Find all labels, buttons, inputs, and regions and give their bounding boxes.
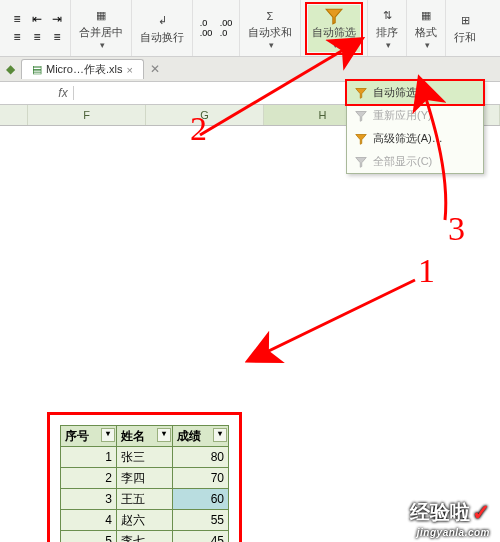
table-row[interactable]: 5李七45 <box>61 531 229 543</box>
increase-decimal-button[interactable]: .0.00 <box>197 19 215 37</box>
funnel-icon <box>355 87 367 99</box>
col-score-label: 成绩 <box>177 429 201 443</box>
auto-wrap-button[interactable]: ↲ 自动换行 <box>136 10 188 47</box>
ribbon-group-format: ▦ 格式▾ <box>407 0 446 56</box>
funnel-adv-icon <box>355 133 367 145</box>
sort-icon: ⇅ <box>378 7 396 25</box>
table-row[interactable]: 2李四70 <box>61 468 229 489</box>
menu-auto-filter[interactable]: 自动筛选(F) <box>345 79 485 106</box>
outdent-icon[interactable]: ⇤ <box>28 10 46 28</box>
align-icon[interactable]: ≡ <box>8 10 26 28</box>
check-icon: ✓ <box>472 500 490 526</box>
watermark-text: 经验啦 <box>410 499 470 526</box>
chevron-down-icon: ▾ <box>269 40 274 50</box>
menu-advanced-label: 高级筛选(A)… <box>373 131 443 146</box>
merge-center-button[interactable]: ▦ 合并居中▾ <box>75 5 127 52</box>
cell-name[interactable]: 王五 <box>117 489 173 510</box>
rowcol-label: 行和 <box>454 30 476 45</box>
chevron-down-icon: ▾ <box>100 40 105 50</box>
cell-score[interactable]: 60 <box>173 489 229 510</box>
ribbon-group-merge: ▦ 合并居中▾ <box>71 0 132 56</box>
table-header-row: 序号 ▾ 姓名 ▾ 成绩 ▾ <box>61 426 229 447</box>
cell-name[interactable]: 赵六 <box>117 510 173 531</box>
merge-label: 合并居中 <box>79 25 123 40</box>
table-row[interactable]: 3王五60 <box>61 489 229 510</box>
cell-name[interactable]: 张三 <box>117 447 173 468</box>
table-row[interactable]: 1张三80 <box>61 447 229 468</box>
rowcol-icon: ⊞ <box>456 12 474 30</box>
add-tab-button[interactable]: ✕ <box>150 62 160 76</box>
menu-advanced-filter[interactable]: 高级筛选(A)… <box>347 127 483 150</box>
sort-button[interactable]: ⇅ 排序▾ <box>372 5 402 52</box>
fx-label[interactable]: fx <box>53 86 74 100</box>
format-label: 格式 <box>415 25 437 40</box>
funnel-grey-icon <box>355 110 367 122</box>
ribbon: ≡ ⇤ ⇥ ≡ ≡ ≡ ▦ 合并居中▾ ↲ 自动换行 .0.00 .00.0 Σ… <box>0 0 500 57</box>
cell-seq[interactable]: 3 <box>61 489 117 510</box>
align-right-icon[interactable]: ≡ <box>48 28 66 46</box>
funnel-icon <box>325 7 343 25</box>
cell-seq[interactable]: 1 <box>61 447 117 468</box>
merge-icon: ▦ <box>92 7 110 25</box>
table-row[interactable]: 4赵六55 <box>61 510 229 531</box>
col-header[interactable]: F <box>28 105 146 125</box>
cell-name[interactable]: 李四 <box>117 468 173 489</box>
filter-toggle-icon[interactable]: ▾ <box>213 428 227 442</box>
filter-dropdown-menu: 自动筛选(F) 重新应用(Y) 高级筛选(A)… 全部显示(C) <box>346 80 484 174</box>
menu-reapply-label: 重新应用(Y) <box>373 108 432 123</box>
ribbon-group-rowcol: ⊞ 行和 <box>446 0 484 56</box>
indent-icon[interactable]: ⇥ <box>48 10 66 28</box>
workbook-tab[interactable]: ▤ Micro…作表.xls × <box>21 59 144 79</box>
cell-score[interactable]: 55 <box>173 510 229 531</box>
ribbon-group-wrap: ↲ 自动换行 <box>132 0 193 56</box>
sheet-area[interactable]: 自动筛选(F) 重新应用(Y) 高级筛选(A)… 全部显示(C) <box>0 126 500 542</box>
align-center-icon[interactable]: ≡ <box>28 28 46 46</box>
auto-sum-button[interactable]: Σ 自动求和▾ <box>244 5 296 52</box>
chevron-down-icon: ▾ <box>386 40 391 50</box>
menu-showall-label: 全部显示(C) <box>373 154 432 169</box>
cell-seq[interactable]: 4 <box>61 510 117 531</box>
ribbon-group-align: ≡ ⇤ ⇥ ≡ ≡ ≡ <box>4 0 71 56</box>
col-score-header[interactable]: 成绩 ▾ <box>173 426 229 447</box>
funnel-all-icon <box>355 156 367 168</box>
menu-reapply: 重新应用(Y) <box>347 104 483 127</box>
filter-toggle-icon[interactable]: ▾ <box>157 428 171 442</box>
corner-cell[interactable] <box>0 105 28 125</box>
sigma-icon: Σ <box>261 7 279 25</box>
cell-name[interactable]: 李七 <box>117 531 173 543</box>
rowcol-button[interactable]: ⊞ 行和 <box>450 10 480 47</box>
chevron-down-icon: ▾ <box>425 40 430 50</box>
menu-auto-filter-label: 自动筛选(F) <box>373 85 431 100</box>
col-name-header[interactable]: 姓名 ▾ <box>117 426 173 447</box>
autofilter-label: 自动筛选 <box>312 25 356 40</box>
filter-toggle-icon[interactable]: ▾ <box>101 428 115 442</box>
ribbon-group-decimal: .0.00 .00.0 <box>193 0 240 56</box>
data-table: 序号 ▾ 姓名 ▾ 成绩 ▾ 1张三802李四703王五604赵六555李七45… <box>60 425 229 542</box>
cell-score[interactable]: 80 <box>173 447 229 468</box>
sort-label: 排序 <box>376 25 398 40</box>
excel-doc-icon: ▤ <box>32 63 42 76</box>
format-button[interactable]: ▦ 格式▾ <box>411 5 441 52</box>
align-left-icon[interactable]: ≡ <box>8 28 26 46</box>
table-body: 1张三802李四703王五604赵六555李七456赵八507李十708张五95… <box>61 447 229 543</box>
auto-filter-button[interactable]: 自动筛选▾ <box>308 5 360 52</box>
autosum-label: 自动求和 <box>248 25 292 40</box>
data-table-wrap: 序号 ▾ 姓名 ▾ 成绩 ▾ 1张三802李四703王五604赵六555李七45… <box>47 412 242 542</box>
cell-seq[interactable]: 2 <box>61 468 117 489</box>
watermark: 经验啦 ✓ jingyanla.com <box>410 499 490 526</box>
decrease-decimal-button[interactable]: .00.0 <box>217 19 235 37</box>
ribbon-group-filter: 自动筛选▾ <box>301 0 368 56</box>
cell-seq[interactable]: 5 <box>61 531 117 543</box>
tab-home-icon[interactable]: ◆ <box>6 62 15 76</box>
tab-close-button[interactable]: × <box>126 64 132 76</box>
ribbon-group-sort: ⇅ 排序▾ <box>368 0 407 56</box>
col-header[interactable]: G <box>146 105 264 125</box>
cell-score[interactable]: 70 <box>173 468 229 489</box>
col-seq-header[interactable]: 序号 ▾ <box>61 426 117 447</box>
wrap-label: 自动换行 <box>140 30 184 45</box>
cell-score[interactable]: 45 <box>173 531 229 543</box>
tab-label: Micro…作表.xls <box>46 62 122 77</box>
watermark-sub: jingyanla.com <box>417 527 490 538</box>
format-icon: ▦ <box>417 7 435 25</box>
chevron-down-icon: ▾ <box>333 40 338 50</box>
